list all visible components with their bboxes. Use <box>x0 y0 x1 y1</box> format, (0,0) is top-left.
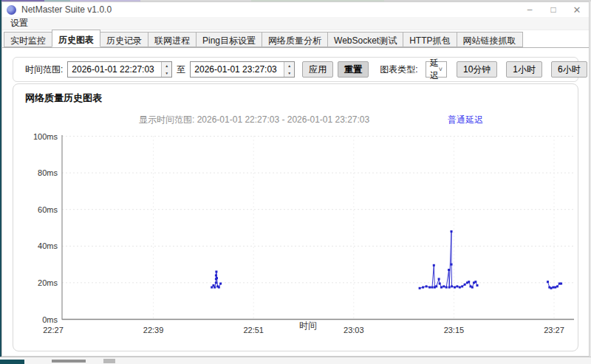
y-tick-label: 20ms <box>38 278 58 287</box>
data-point <box>547 281 549 283</box>
data-point <box>419 287 421 289</box>
x-tick-label: 23:27 <box>544 326 564 334</box>
background-gray-block <box>103 359 115 363</box>
y-tick-label: 100ms <box>33 132 58 141</box>
data-point <box>550 287 553 289</box>
y-tick-label: 40ms <box>38 241 58 250</box>
data-point <box>445 286 448 289</box>
data-point <box>471 286 474 289</box>
tab-6[interactable]: 网络质量分析 <box>262 32 328 47</box>
end-datetime-spinner: ▲ ▼ <box>284 62 294 77</box>
chart-panel: 网络质量历史图表 显示时间范围: 2026-01-01 22:27:03 - 2… <box>13 83 578 351</box>
data-point <box>433 264 435 267</box>
x-tick-label: 23:03 <box>344 326 364 334</box>
window-title: NetMaster Suite v1.0.0 <box>21 4 112 15</box>
apply-button[interactable]: 应用 <box>302 61 333 78</box>
data-point <box>216 277 218 279</box>
data-point <box>439 283 441 285</box>
tab-bar: 实时监控历史图表历史记录联网进程Ping目标设置网络质量分析WebSocket测… <box>2 30 589 48</box>
close-icon[interactable]: ✕ <box>565 2 589 17</box>
spinner-down-icon[interactable]: ▼ <box>284 69 294 77</box>
tab-8[interactable]: HTTP抓包 <box>403 32 457 47</box>
tab-3[interactable]: 历史记录 <box>100 32 148 47</box>
quick-range-buttons: 10分钟1小时6小时24小时 <box>454 61 591 78</box>
minimize-icon[interactable]: – <box>518 2 542 17</box>
tab-5[interactable]: Ping目标设置 <box>196 32 262 47</box>
data-point <box>438 278 440 280</box>
chart-type-label: 图表类型: <box>380 63 417 76</box>
data-point <box>451 230 453 233</box>
start-datetime-value[interactable]: 2026-01-01 22:27:03 <box>68 62 161 77</box>
x-tick-label: 22:51 <box>243 326 264 334</box>
data-point <box>451 285 453 287</box>
toolbar-groupbox: 时间范围: 2026-01-01 22:27:03 ▲ ▼ 至 2026-01-… <box>13 57 578 82</box>
menu-item-settings[interactable]: 设置 <box>7 17 31 30</box>
chevron-down-icon: ˅ <box>439 66 443 73</box>
data-point <box>426 285 428 287</box>
spinner-up-icon[interactable]: ▲ <box>284 62 294 69</box>
y-tick-label: 60ms <box>38 205 58 214</box>
data-point <box>443 285 445 287</box>
window-controls: – □ ✕ <box>518 2 589 17</box>
tab-1[interactable]: 实时监控 <box>4 32 52 47</box>
start-datetime-spinner: ▲ ▼ <box>161 62 171 77</box>
spinner-down-icon[interactable]: ▼ <box>162 69 171 77</box>
data-point <box>560 283 562 285</box>
desktop: NetMaster Suite v1.0.0 – □ ✕ 设置 实时监控历史图表… <box>0 0 591 364</box>
x-tick-label: 22:27 <box>43 326 64 334</box>
y-tick-label: 0ms <box>42 315 58 324</box>
end-datetime-value[interactable]: 2026-01-01 23:27:03 <box>191 62 284 77</box>
quick-range-button-3[interactable]: 6小时 <box>551 61 587 78</box>
tab-9[interactable]: 网站链接抓取 <box>457 32 523 47</box>
data-point <box>554 286 556 289</box>
data-point <box>213 286 216 289</box>
data-point <box>219 283 222 285</box>
time-range-label: 时间范围: <box>25 63 63 76</box>
data-point <box>456 285 458 287</box>
data-point <box>552 286 554 289</box>
tab-2[interactable]: 历史图表 <box>52 30 100 47</box>
background-text-smudge <box>52 360 86 363</box>
tab-7[interactable]: WebSocket测试 <box>327 32 403 47</box>
data-point <box>468 281 470 283</box>
data-point <box>476 284 479 286</box>
data-point <box>448 286 451 289</box>
chart-type-value: 延迟 <box>430 57 439 82</box>
app-window: NetMaster Suite v1.0.0 – □ ✕ 设置 实时监控历史图表… <box>1 1 590 357</box>
data-point <box>451 264 453 266</box>
data-point <box>431 286 434 289</box>
maximize-icon[interactable]: □ <box>542 2 565 17</box>
quick-range-button-1[interactable]: 10分钟 <box>457 61 497 78</box>
menu-bar: 设置 <box>2 17 589 30</box>
data-point <box>215 271 217 273</box>
series-line <box>420 232 477 289</box>
data-point <box>218 286 220 289</box>
data-point <box>440 286 443 289</box>
to-label: 至 <box>177 63 185 76</box>
data-point <box>474 281 476 283</box>
data-point <box>422 286 424 289</box>
start-datetime-input[interactable]: 2026-01-01 22:27:03 ▲ ▼ <box>67 61 172 78</box>
background-teal-block <box>0 360 24 364</box>
data-point <box>428 286 431 289</box>
y-tick-label: 80ms <box>38 168 58 177</box>
x-axis-title: 时间 <box>299 320 317 331</box>
spinner-up-icon[interactable]: ▲ <box>162 62 171 69</box>
panel-title: 网络质量历史图表 <box>25 92 102 105</box>
data-point <box>464 284 466 286</box>
tab-4[interactable]: 联网进程 <box>148 32 197 47</box>
data-point <box>459 286 461 289</box>
chart-type-select[interactable]: 延迟 ˅ <box>426 61 447 78</box>
data-point <box>448 269 450 271</box>
reset-button[interactable]: 重置 <box>338 61 369 78</box>
end-datetime-input[interactable]: 2026-01-01 23:27:03 ▲ ▼ <box>190 61 295 78</box>
data-point <box>215 275 217 277</box>
titlebar: NetMaster Suite v1.0.0 – □ ✕ <box>2 2 589 17</box>
data-point <box>556 285 558 287</box>
data-point <box>215 281 217 284</box>
data-point <box>454 286 456 289</box>
x-tick-label: 23:15 <box>444 326 465 334</box>
history-latency-chart: 0ms20ms40ms60ms80ms100ms22:2722:3922:512… <box>13 125 578 346</box>
quick-range-button-2[interactable]: 1小时 <box>506 61 542 78</box>
background-window-bottom-sliver <box>0 357 591 364</box>
